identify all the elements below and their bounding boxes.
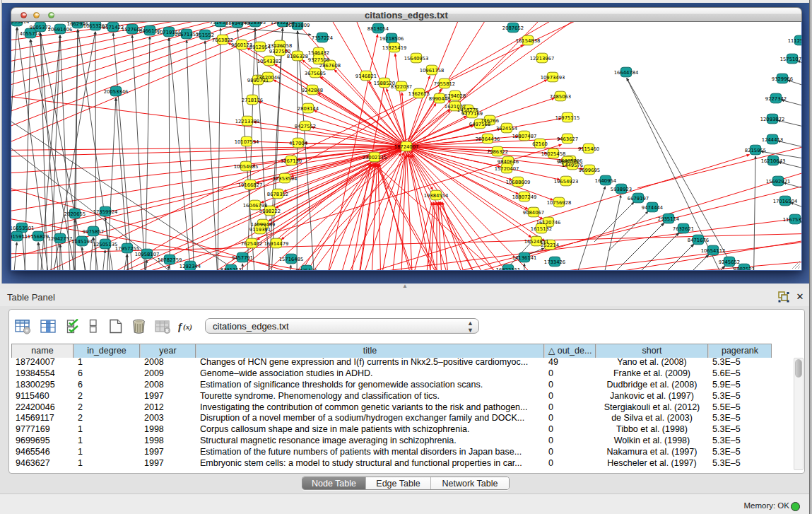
- table-cell[interactable]: 1998: [140, 436, 196, 447]
- table-cell[interactable]: Embryonic stem cells: a model to study s…: [196, 458, 544, 469]
- table-cell[interactable]: 5.3E–5: [708, 413, 772, 424]
- table-cell[interactable]: 19384554: [11, 368, 73, 380]
- table-cell[interactable]: 5.6E–5: [708, 368, 772, 380]
- table-row[interactable]: 1456911722003Disruption of a novel membe…: [11, 413, 772, 424]
- graph-edge[interactable]: [60, 245, 64, 270]
- table-row[interactable]: 1872400712008Changes of HCN gene express…: [11, 357, 772, 368]
- panel-splitter[interactable]: ▲: [0, 284, 812, 288]
- graph-edge[interactable]: [438, 202, 451, 270]
- column-header-out_de[interactable]: △ out_de...: [544, 344, 596, 358]
- graph-edge[interactable]: [119, 255, 127, 270]
- scrollbar-thumb[interactable]: [795, 359, 802, 378]
- table-row[interactable]: 1830029562008Estimation of significance …: [11, 380, 772, 391]
- table-cell[interactable]: 5.3E–5: [708, 447, 772, 458]
- table-row[interactable]: 977716911998Corpus callosum shape and si…: [11, 424, 772, 436]
- table-cell[interactable]: 2: [73, 402, 140, 414]
- table-cell[interactable]: Dudbridge et al. (2008): [596, 380, 708, 391]
- float-panel-icon[interactable]: [777, 291, 790, 303]
- table-cell[interactable]: 2008: [140, 380, 196, 391]
- graph-edge[interactable]: [594, 202, 634, 242]
- column-header-title[interactable]: title: [196, 344, 544, 358]
- table-cell[interactable]: 2: [73, 413, 140, 424]
- select-all-icon[interactable]: [66, 319, 80, 337]
- table-cell[interactable]: 5.3E–5: [708, 436, 772, 447]
- graph-edge[interactable]: [11, 146, 406, 270]
- table-row[interactable]: 946362711997Embryonic stem cells: a mode…: [11, 458, 772, 469]
- table-cell[interactable]: Estimation of significance thresholds fo…: [196, 380, 544, 391]
- tab-edge-table[interactable]: Edge Table: [366, 477, 431, 489]
- table-cell[interactable]: 2012: [140, 402, 196, 414]
- column-header-short[interactable]: short: [596, 344, 708, 358]
- graph-edge[interactable]: [570, 187, 605, 270]
- graph-edge[interactable]: [524, 264, 525, 270]
- table-cell[interactable]: 0: [544, 402, 596, 414]
- graph-edge[interactable]: [169, 38, 171, 270]
- table-cell[interactable]: 0: [544, 458, 596, 469]
- table-cell[interactable]: 2008: [140, 357, 196, 368]
- table-cell[interactable]: de Silva et al. (2003): [596, 413, 708, 424]
- table-cell[interactable]: 6: [73, 368, 140, 380]
- table-cell[interactable]: 9463627: [11, 458, 73, 469]
- table-cell[interactable]: Nakamura et al. (1997): [596, 447, 708, 458]
- table-cell[interactable]: 6: [73, 380, 140, 391]
- table-cell[interactable]: 0: [544, 391, 596, 402]
- graph-edge[interactable]: [11, 22, 398, 146]
- table-cell[interactable]: 5.5E–5: [708, 402, 772, 414]
- table-cell[interactable]: 5.3E–5: [708, 357, 772, 368]
- table-cell[interactable]: 5.3E–5: [708, 458, 772, 469]
- graph-edge[interactable]: [11, 146, 406, 270]
- graph-edge[interactable]: [753, 156, 755, 270]
- table-source-dropdown[interactable]: citations_edges.txt ▲▼: [205, 318, 479, 334]
- graph-edge[interactable]: [216, 28, 220, 270]
- table-cell[interactable]: 5.9E–5: [708, 380, 772, 391]
- table-cell[interactable]: 2003: [140, 413, 196, 424]
- table-cell[interactable]: 0: [544, 447, 596, 458]
- table-cell[interactable]: 0: [544, 436, 596, 447]
- table-cell[interactable]: 49: [544, 357, 596, 368]
- graph-edge[interactable]: [11, 146, 406, 270]
- table-cell[interactable]: 2009: [140, 368, 196, 380]
- table-cell[interactable]: 5.3E–5: [708, 424, 772, 436]
- graph-edge[interactable]: [106, 258, 801, 270]
- table-cell[interactable]: 1997: [140, 458, 196, 469]
- table-cell[interactable]: 9115460: [11, 391, 73, 402]
- table-row[interactable]: 946554611997Estimation of the future num…: [11, 447, 772, 458]
- delete-column-disabled-icon[interactable]: [155, 319, 171, 337]
- table-cell[interactable]: Structural magnetic resonance image aver…: [196, 436, 544, 447]
- splitter-handle-icon[interactable]: ▲: [402, 284, 408, 288]
- tab-network-table[interactable]: Network Table: [431, 477, 509, 489]
- column-header-year[interactable]: year: [140, 344, 196, 358]
- table-cell[interactable]: 1997: [140, 447, 196, 458]
- graph-edge[interactable]: [14, 212, 801, 270]
- table-cell[interactable]: 1: [73, 447, 140, 458]
- table-settings-icon[interactable]: [15, 319, 31, 337]
- table-cell[interactable]: 0: [544, 424, 596, 436]
- table-cell[interactable]: 1: [73, 357, 140, 368]
- graph-edge[interactable]: [143, 37, 150, 270]
- function-builder-icon[interactable]: f(x): [178, 319, 197, 337]
- window-resize-grip[interactable]: [791, 259, 801, 269]
- table-cell[interactable]: 0: [544, 368, 596, 380]
- table-vertical-scrollbar[interactable]: [794, 358, 804, 470]
- graph-edge[interactable]: [654, 244, 694, 270]
- network-window-titlebar[interactable]: citations_edges.txt: [11, 7, 802, 22]
- unselect-all-icon[interactable]: [89, 319, 98, 337]
- graph-edge[interactable]: [798, 61, 801, 69]
- table-cell[interactable]: Tourette syndrome. Phenomenology and cla…: [196, 391, 544, 402]
- table-cell[interactable]: 0: [544, 413, 596, 424]
- tab-node-table[interactable]: Node Table: [302, 477, 366, 489]
- new-table-icon[interactable]: [108, 319, 124, 337]
- graph-edge[interactable]: [100, 250, 105, 270]
- table-cell[interactable]: Estimation of the future numbers of pati…: [196, 447, 544, 458]
- show-columns-icon[interactable]: [40, 319, 57, 337]
- table-cell[interactable]: Corpus callosum shape and size in male p…: [196, 424, 544, 436]
- column-header-in_degree[interactable]: in_degree: [73, 344, 140, 358]
- table-cell[interactable]: 9465546: [11, 447, 73, 458]
- network-canvas[interactable]: 1995541440557149605372206914061662926106…: [11, 22, 801, 270]
- table-cell[interactable]: 5.3E–5: [708, 391, 772, 402]
- column-header-name[interactable]: name: [11, 344, 73, 358]
- table-cell[interactable]: Investigating the contribution of common…: [196, 402, 544, 414]
- table-cell[interactable]: Jankovic et al. (1997): [596, 391, 708, 402]
- table-cell[interactable]: 14569117: [11, 413, 73, 424]
- table-cell[interactable]: 9699695: [11, 436, 73, 447]
